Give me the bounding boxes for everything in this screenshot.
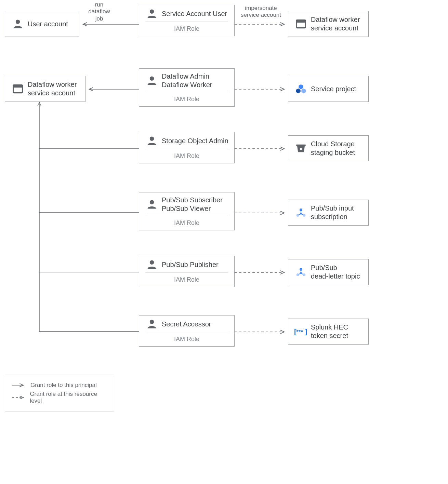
bucket-icon <box>293 143 309 153</box>
node-label: Pub/Subdead-letter topic <box>309 264 360 281</box>
legend-text: Grant role at this resource level <box>30 391 108 404</box>
node-splunk-secret: Splunk HECtoken secret <box>288 319 369 345</box>
node-user-account: User account <box>5 11 79 37</box>
legend: Grant role to this principal Grant role … <box>5 375 114 412</box>
role-pubsub-publisher: Pub/Sub Publisher IAM Role <box>139 256 235 287</box>
node-pubsub-input: Pub/Sub inputsubscription <box>288 200 369 226</box>
legend-row-solid: Grant role to this principal <box>11 382 108 389</box>
node-label: User account <box>26 20 68 28</box>
node-label: Dataflow workerservice account <box>309 15 360 32</box>
node-label: Splunk HECtoken secret <box>309 323 348 340</box>
role-title: Storage Object Admin <box>160 137 228 145</box>
hex-icon <box>293 83 309 94</box>
person-icon <box>144 9 160 19</box>
edge-label-impersonate: impersonateservice account <box>239 5 283 19</box>
role-subtitle: IAM Role <box>145 22 228 32</box>
person-icon <box>144 319 160 329</box>
role-storage-object-admin: Storage Object Admin IAM Role <box>139 132 235 163</box>
node-label: Dataflow workerservice account <box>26 80 77 97</box>
role-subtitle: IAM Role <box>145 149 228 160</box>
role-subtitle: IAM Role <box>145 92 228 103</box>
legend-text: Grant role to this principal <box>30 382 97 389</box>
node-service-project: Service project <box>288 76 369 102</box>
role-title: Pub/Sub SubscriberPub/Sub Viewer <box>160 196 223 213</box>
pubsub-icon <box>293 207 309 218</box>
node-label: Cloud Storagestaging bucket <box>309 140 355 157</box>
node-label: Pub/Sub inputsubscription <box>309 204 354 221</box>
role-title: Pub/Sub Publisher <box>160 260 219 269</box>
secret-icon <box>293 327 309 336</box>
window-icon <box>10 84 26 94</box>
person-icon <box>144 76 160 86</box>
person-icon <box>144 136 160 146</box>
node-label: Service project <box>309 85 356 93</box>
edge-label-run-dataflow: rundataflowjob <box>85 1 113 22</box>
pubsub-icon <box>293 267 309 278</box>
role-pubsub-subscriber-viewer: Pub/Sub SubscriberPub/Sub Viewer IAM Rol… <box>139 192 235 230</box>
person-icon <box>10 19 26 29</box>
legend-row-dashed: Grant role at this resource level <box>11 391 108 404</box>
role-subtitle: IAM Role <box>145 272 228 283</box>
role-dataflow-admin-worker: Dataflow AdminDataflow Worker IAM Role <box>139 68 235 107</box>
role-subtitle: IAM Role <box>145 332 228 343</box>
role-subtitle: IAM Role <box>145 216 228 227</box>
window-icon <box>293 19 309 29</box>
role-title: Service Account User <box>160 10 227 18</box>
node-dataflow-worker-sa-left: Dataflow workerservice account <box>5 76 85 102</box>
person-icon <box>144 259 160 270</box>
node-cloud-storage-bucket: Cloud Storagestaging bucket <box>288 135 369 161</box>
role-title: Secret Accessor <box>160 320 211 328</box>
person-icon <box>144 199 160 210</box>
node-pubsub-deadletter: Pub/Subdead-letter topic <box>288 259 369 285</box>
role-service-account-user: Service Account User IAM Role <box>139 5 235 36</box>
role-secret-accessor: Secret Accessor IAM Role <box>139 315 235 347</box>
node-dataflow-worker-sa-top: Dataflow workerservice account <box>288 11 369 37</box>
role-title: Dataflow AdminDataflow Worker <box>160 72 212 89</box>
